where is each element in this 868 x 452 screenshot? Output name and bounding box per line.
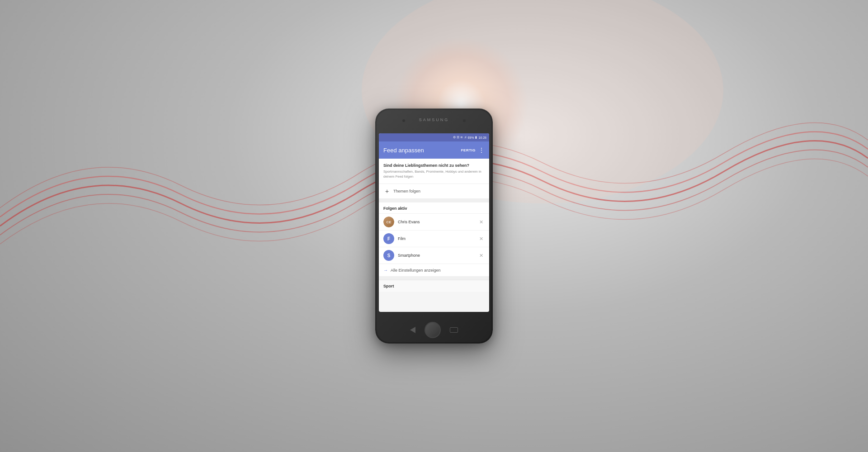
phone-body: SAMSUNG ⚙ ☰ ≋ .ıl 69% ▮ 16:28 Feed anpas… <box>375 108 493 344</box>
phone-screen: ⚙ ☰ ≋ .ıl 69% ▮ 16:28 Feed anpassen FERT… <box>379 133 489 312</box>
follow-name-film: Film <box>398 236 474 241</box>
bottom-navigation <box>410 322 458 338</box>
lieblings-title: Sind deine Lieblingsthemen nicht zu sehe… <box>379 159 489 170</box>
brand-label: SAMSUNG <box>419 118 449 122</box>
avatar-smartphone-initial: S <box>387 253 391 258</box>
recents-button[interactable] <box>450 327 458 333</box>
avatar-smartphone: S <box>383 250 394 261</box>
time-display: 16:28 <box>478 136 486 139</box>
status-icons: ⚙ ☰ ≋ .ıl <box>453 136 466 139</box>
app-content: Sind deine Lieblingsthemen nicht zu sehe… <box>379 159 489 292</box>
home-button[interactable] <box>425 322 441 338</box>
add-themes-row[interactable]: + Themen folgen <box>379 184 489 199</box>
camera-right <box>463 119 466 122</box>
section-divider <box>379 199 489 202</box>
section-divider-2 <box>379 276 489 280</box>
back-button[interactable] <box>410 327 415 333</box>
remove-smartphone-button[interactable]: ✕ <box>477 252 485 259</box>
follow-name-chris-evans: Chris Evans <box>398 220 474 224</box>
status-bar: ⚙ ☰ ≋ .ıl 69% ▮ 16:28 <box>379 133 489 141</box>
menu-button[interactable]: ⋮ <box>478 147 485 153</box>
remove-film-button[interactable]: ✕ <box>477 235 485 242</box>
chris-evans-face: CE <box>383 217 394 227</box>
sport-title: Sport <box>383 284 485 288</box>
arrow-icon: → <box>383 268 388 273</box>
folgen-title: Folgen aktiv <box>379 202 489 213</box>
smartphone: SAMSUNG ⚙ ☰ ≋ .ıl 69% ▮ 16:28 Feed anpas… <box>375 108 493 344</box>
all-settings-row[interactable]: → Alle Einstellungen anzeigen <box>379 264 489 276</box>
all-settings-label: Alle Einstellungen anzeigen <box>391 268 441 273</box>
remove-chris-evans-button[interactable]: ✕ <box>477 218 485 226</box>
follow-item-chris-evans: CE Chris Evans ✕ <box>379 213 489 230</box>
avatar-film: F <box>383 233 394 244</box>
follow-item-film: F Film ✕ <box>379 230 489 247</box>
battery-level: 69% <box>467 136 474 139</box>
add-icon: + <box>383 188 391 195</box>
app-header: Feed anpassen FERTIG ⋮ <box>379 141 489 159</box>
done-button[interactable]: FERTIG <box>461 148 476 152</box>
camera-left <box>402 119 405 122</box>
add-themes-label: Themen folgen <box>393 189 420 193</box>
avatar-film-initial: F <box>387 236 390 241</box>
follow-name-smartphone: Smartphone <box>398 253 474 258</box>
lieblings-subtitle: Sportmannschaften, Bands, Prominente, Ho… <box>379 170 489 184</box>
battery-icon: ▮ <box>475 136 477 139</box>
app-title: Feed anpassen <box>383 147 458 154</box>
avatar-chris-evans: CE <box>383 217 394 227</box>
folgen-section: Folgen aktiv CE Chris Evans ✕ F <box>379 202 489 276</box>
follow-item-smartphone: S Smartphone ✕ <box>379 247 489 264</box>
sport-section: Sport <box>379 280 489 292</box>
lieblings-section: Sind deine Lieblingsthemen nicht zu sehe… <box>379 159 489 199</box>
